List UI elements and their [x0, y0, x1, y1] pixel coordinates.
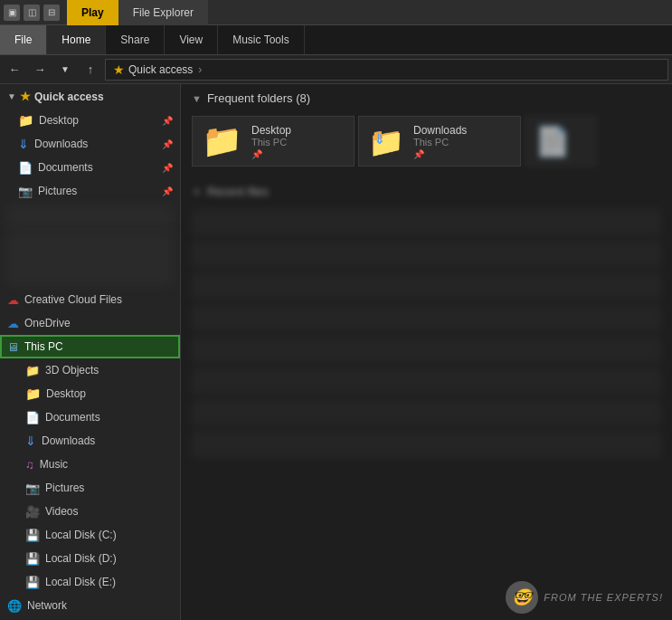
- sidebar-item-music[interactable]: ♫ Music: [0, 453, 180, 476]
- recent-items-list: [192, 209, 661, 461]
- sidebar-item-documents-pc[interactable]: 📄 Documents: [0, 405, 180, 429]
- sidebar-item-documents[interactable]: 📄 Documents 📌: [0, 156, 180, 179]
- desktop-card-icon: 📁: [202, 125, 242, 157]
- play-tab[interactable]: Play: [67, 0, 118, 25]
- sidebar-item-downloads[interactable]: ⇓ Downloads 📌: [0, 132, 180, 156]
- sidebar-item-3d-objects[interactable]: 📁 3D Objects: [0, 358, 180, 382]
- sidebar-item-pictures[interactable]: 📷 Pictures 📌: [0, 179, 180, 203]
- creative-cloud-label: Creative Cloud Files: [24, 293, 122, 306]
- extra-card-icon: 📄: [535, 127, 571, 156]
- tab-view[interactable]: View: [165, 25, 218, 54]
- title-bar-icon-2[interactable]: ◫: [24, 5, 40, 21]
- desktop-card-info: Desktop This PC 📌: [251, 124, 291, 159]
- sidebar-item-local-c[interactable]: 💾 Local Disk (C:): [0, 523, 180, 547]
- sidebar-item-creative-cloud[interactable]: ☁ Creative Cloud Files: [0, 288, 180, 311]
- forward-button[interactable]: →: [29, 59, 51, 81]
- recent-section: [181, 205, 672, 464]
- tab-file[interactable]: File: [0, 25, 47, 54]
- pictures-pin-icon: 📌: [162, 186, 173, 196]
- desktop-pc-icon: 📁: [25, 386, 41, 401]
- folders-grid: 📁 Desktop This PC 📌 📁 ⇓ Downloads This P…: [181, 112, 672, 170]
- this-pc-icon: 🖥: [7, 340, 19, 354]
- folder-card-extra[interactable]: 📄: [525, 116, 597, 167]
- downloads-card-icon: 📁 ⇓: [368, 125, 404, 157]
- recent-item-1[interactable]: [192, 209, 661, 236]
- documents-pc-label: Documents: [45, 411, 100, 424]
- sidebar-item-this-pc[interactable]: 🖥 This PC: [0, 335, 180, 358]
- pictures-pc-label: Pictures: [45, 482, 84, 494]
- recent-section-header[interactable]: ▼ Recent files: [181, 177, 672, 205]
- quick-access-star-icon: ★: [20, 90, 31, 103]
- back-button[interactable]: ←: [4, 59, 25, 81]
- content-area: ▼ Frequent folders (8) 📁 Desktop This PC…: [181, 84, 672, 620]
- address-path[interactable]: ★ Quick access ›: [105, 59, 668, 81]
- pictures-pc-icon: 📷: [25, 482, 40, 495]
- pictures-label: Pictures: [38, 185, 77, 197]
- downloads-card-pin: 📌: [413, 149, 467, 159]
- onedrive-label: OneDrive: [24, 317, 71, 329]
- 3d-objects-label: 3D Objects: [45, 364, 99, 377]
- sidebar-item-local-d[interactable]: 💾 Local Disk (D:): [0, 547, 180, 570]
- downloads-pin-icon: 📌: [162, 139, 173, 149]
- title-bar-icon-1[interactable]: ▣: [4, 5, 20, 21]
- documents-pc-icon: 📄: [25, 411, 40, 424]
- sidebar-item-videos[interactable]: 🎥 Videos: [0, 500, 180, 523]
- frequent-chevron-icon: ▼: [192, 93, 202, 104]
- downloads-folder-icon: ⇓: [18, 137, 29, 151]
- downloads-card-name: Downloads: [413, 124, 467, 137]
- sidebar-item-blurred-1[interactable]: [7, 205, 173, 230]
- sidebar-item-network[interactable]: 🌐 Network: [0, 594, 180, 617]
- file-explorer-tab[interactable]: File Explorer: [118, 0, 208, 25]
- downloads-card-sub: This PC: [413, 137, 467, 148]
- up-button[interactable]: ↑: [80, 59, 101, 81]
- recent-item-7[interactable]: [192, 399, 661, 426]
- title-bar-icons: ▣ ◫ ⊟: [4, 5, 60, 21]
- desktop-pc-label: Desktop: [46, 387, 86, 400]
- desktop-card-name: Desktop: [251, 124, 291, 137]
- network-icon: 🌐: [7, 599, 22, 613]
- quick-access-chevron: ▼: [7, 91, 16, 101]
- downloads-pc-icon: ⇓: [25, 434, 36, 448]
- recent-item-2[interactable]: [192, 241, 661, 268]
- path-label: Quick access: [128, 63, 193, 76]
- local-c-label: Local Disk (C:): [45, 529, 117, 541]
- ribbon: File Home Share View Music Tools: [0, 25, 672, 55]
- sidebar-item-desktop[interactable]: 📁 Desktop 📌: [0, 109, 180, 132]
- sidebar: ▼ ★ Quick access 📁 Desktop 📌 ⇓ Downloads…: [0, 84, 181, 620]
- recent-item-3[interactable]: [192, 272, 661, 300]
- quick-access-header[interactable]: ▼ ★ Quick access: [0, 84, 180, 109]
- title-bar-icon-3[interactable]: ⊟: [43, 5, 60, 21]
- frequent-folders-header[interactable]: ▼ Frequent folders (8): [181, 84, 672, 112]
- this-pc-label: This PC: [24, 340, 63, 353]
- sidebar-item-onedrive[interactable]: ☁ OneDrive: [0, 311, 180, 335]
- folder-card-downloads[interactable]: 📁 ⇓ Downloads This PC 📌: [358, 116, 521, 167]
- recent-locations-button[interactable]: ▼: [54, 59, 76, 81]
- ribbon-tabs: File Home Share View Music Tools: [0, 25, 672, 54]
- tab-home[interactable]: Home: [47, 25, 106, 54]
- sidebar-item-downloads-pc[interactable]: ⇓ Downloads: [0, 429, 180, 453]
- path-separator: ›: [198, 63, 202, 76]
- music-icon: ♫: [25, 458, 34, 472]
- watermark-text: FROM THE EXPERTS!: [544, 592, 663, 603]
- recent-item-8[interactable]: [192, 431, 661, 458]
- address-bar: ← → ▼ ↑ ★ Quick access ›: [0, 55, 672, 84]
- videos-label: Videos: [45, 505, 78, 518]
- recent-item-6[interactable]: [192, 367, 661, 395]
- creative-cloud-icon: ☁: [7, 293, 19, 307]
- downloads-card-info: Downloads This PC 📌: [413, 124, 467, 159]
- music-label: Music: [40, 458, 68, 471]
- sidebar-blurred-block: [7, 232, 173, 286]
- recent-item-5[interactable]: [192, 336, 661, 363]
- desktop-pin-icon: 📌: [162, 116, 173, 126]
- pictures-folder-icon: 📷: [18, 185, 33, 198]
- drive-e-icon: 💾: [25, 576, 40, 589]
- recent-item-4[interactable]: [192, 304, 661, 331]
- downloads-label: Downloads: [34, 138, 88, 150]
- desktop-folder-icon: 📁: [18, 113, 33, 128]
- tab-share[interactable]: Share: [106, 25, 165, 54]
- sidebar-item-desktop-pc[interactable]: 📁 Desktop: [0, 382, 180, 405]
- folder-card-desktop[interactable]: 📁 Desktop This PC 📌: [192, 116, 355, 167]
- tab-music-tools[interactable]: Music Tools: [218, 25, 304, 54]
- sidebar-item-pictures-pc[interactable]: 📷 Pictures: [0, 476, 180, 500]
- sidebar-item-local-e[interactable]: 💾 Local Disk (E:): [0, 570, 180, 594]
